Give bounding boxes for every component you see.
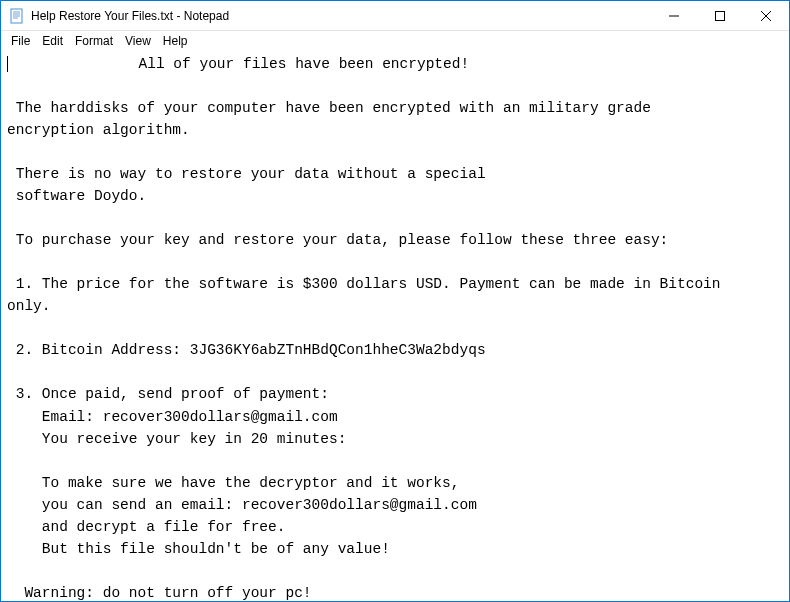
text-line: Warning: do not turn off your pc!: [7, 585, 312, 601]
menu-file[interactable]: File: [5, 33, 36, 49]
text-line: To make sure we have the decryptor and i…: [7, 475, 459, 491]
text-line: you can send an email: recover300dollars…: [7, 497, 477, 513]
text-line: There is no way to restore your data wit…: [7, 166, 486, 182]
menu-format[interactable]: Format: [69, 33, 119, 49]
text-line: All of your files have been encrypted!: [8, 56, 469, 72]
menubar: File Edit Format View Help: [1, 31, 789, 51]
text-area[interactable]: All of your files have been encrypted! T…: [1, 51, 789, 601]
text-line: 2. Bitcoin Address: 3JG36KY6abZTnHBdQCon…: [7, 342, 486, 358]
text-line: software Doydo.: [7, 188, 146, 204]
minimize-button[interactable]: [651, 1, 697, 31]
menu-help[interactable]: Help: [157, 33, 194, 49]
text-line: But this file shouldn't be of any value!: [7, 541, 390, 557]
menu-view[interactable]: View: [119, 33, 157, 49]
maximize-button[interactable]: [697, 1, 743, 31]
text-line: only.: [7, 298, 51, 314]
notepad-icon: [9, 8, 25, 24]
text-line: You receive your key in 20 minutes:: [7, 431, 346, 447]
window-title: Help Restore Your Files.txt - Notepad: [31, 9, 651, 23]
window-controls: [651, 1, 789, 30]
text-line: Email: recover300dollars@gmail.com: [7, 409, 338, 425]
text-line: and decrypt a file for free.: [7, 519, 285, 535]
text-line: The harddisks of your computer have been…: [7, 100, 651, 116]
svg-rect-6: [716, 12, 725, 21]
text-line: 1. The price for the software is $300 do…: [7, 276, 721, 292]
menu-edit[interactable]: Edit: [36, 33, 69, 49]
text-line: encryption algorithm.: [7, 122, 190, 138]
text-line: 3. Once paid, send proof of payment:: [7, 386, 329, 402]
titlebar: Help Restore Your Files.txt - Notepad: [1, 1, 789, 31]
close-button[interactable]: [743, 1, 789, 31]
text-line: To purchase your key and restore your da…: [7, 232, 668, 248]
